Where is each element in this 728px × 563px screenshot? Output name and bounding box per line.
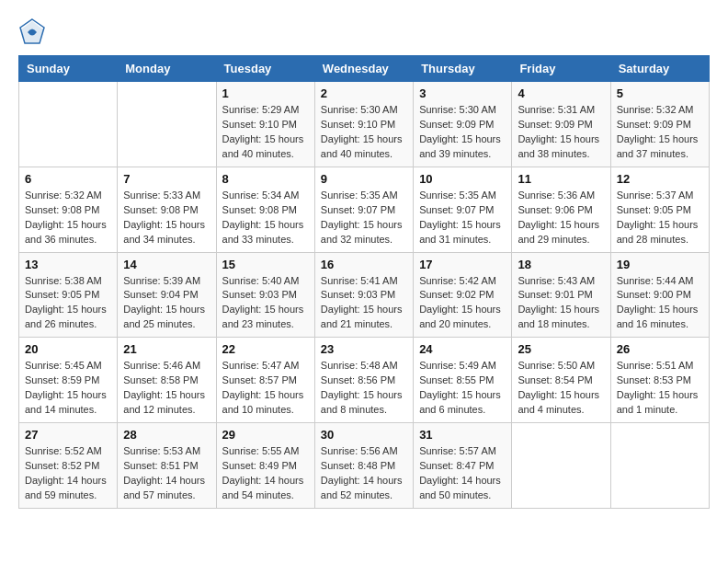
day-number: 2 <box>321 86 407 100</box>
day-header-tuesday: Tuesday <box>216 56 314 82</box>
calendar-week-2: 6Sunrise: 5:32 AMSunset: 9:08 PMDaylight… <box>19 167 710 252</box>
calendar-cell: 13Sunrise: 5:38 AMSunset: 9:05 PMDayligh… <box>19 252 118 338</box>
calendar-header: SundayMondayTuesdayWednesdayThursdayFrid… <box>19 56 710 82</box>
calendar-cell: 17Sunrise: 5:42 AMSunset: 9:02 PMDayligh… <box>414 252 512 338</box>
calendar-cell: 20Sunrise: 5:45 AMSunset: 8:59 PMDayligh… <box>19 338 118 423</box>
day-number: 21 <box>123 342 210 356</box>
day-number: 31 <box>419 428 506 442</box>
calendar-cell: 1Sunrise: 5:29 AMSunset: 9:10 PMDaylight… <box>216 82 314 167</box>
day-info: Sunrise: 5:50 AMSunset: 8:54 PMDaylight:… <box>518 359 604 418</box>
day-number: 15 <box>222 258 309 271</box>
logo-icon <box>18 18 46 46</box>
day-number: 4 <box>518 86 604 100</box>
day-info: Sunrise: 5:35 AMSunset: 9:07 PMDaylight:… <box>321 189 407 247</box>
day-info: Sunrise: 5:47 AMSunset: 8:57 PMDaylight:… <box>222 359 309 418</box>
calendar-cell: 23Sunrise: 5:48 AMSunset: 8:56 PMDayligh… <box>314 338 413 423</box>
calendar-week-1: 1Sunrise: 5:29 AMSunset: 9:10 PMDaylight… <box>19 82 710 167</box>
calendar-cell: 5Sunrise: 5:32 AMSunset: 9:09 PMDaylight… <box>610 82 709 167</box>
calendar-cell: 8Sunrise: 5:34 AMSunset: 9:08 PMDaylight… <box>216 167 314 252</box>
day-header-friday: Friday <box>512 56 610 82</box>
day-info: Sunrise: 5:40 AMSunset: 9:03 PMDaylight:… <box>222 274 309 333</box>
day-number: 10 <box>419 172 506 186</box>
calendar-cell: 28Sunrise: 5:53 AMSunset: 8:51 PMDayligh… <box>118 423 216 509</box>
calendar-cell: 7Sunrise: 5:33 AMSunset: 9:08 PMDaylight… <box>118 167 216 252</box>
day-info: Sunrise: 5:38 AMSunset: 9:05 PMDaylight:… <box>25 274 111 333</box>
day-info: Sunrise: 5:49 AMSunset: 8:55 PMDaylight:… <box>419 359 506 418</box>
calendar-week-5: 27Sunrise: 5:52 AMSunset: 8:52 PMDayligh… <box>19 423 710 509</box>
day-info: Sunrise: 5:52 AMSunset: 8:52 PMDaylight:… <box>25 444 111 503</box>
day-info: Sunrise: 5:55 AMSunset: 8:49 PMDaylight:… <box>222 444 309 503</box>
day-number: 22 <box>222 342 309 356</box>
day-number: 12 <box>617 172 703 186</box>
day-header-sunday: Sunday <box>19 56 118 82</box>
calendar-cell: 2Sunrise: 5:30 AMSunset: 9:10 PMDaylight… <box>314 82 413 167</box>
day-number: 6 <box>25 172 111 186</box>
calendar-cell: 15Sunrise: 5:40 AMSunset: 9:03 PMDayligh… <box>216 252 314 338</box>
day-number: 19 <box>617 258 703 271</box>
calendar-cell: 21Sunrise: 5:46 AMSunset: 8:58 PMDayligh… <box>118 338 216 423</box>
calendar-cell: 25Sunrise: 5:50 AMSunset: 8:54 PMDayligh… <box>512 338 610 423</box>
calendar-cell: 29Sunrise: 5:55 AMSunset: 8:49 PMDayligh… <box>216 423 314 509</box>
day-number: 20 <box>25 342 111 356</box>
day-number: 9 <box>321 172 407 186</box>
calendar-cell: 30Sunrise: 5:56 AMSunset: 8:48 PMDayligh… <box>314 423 413 509</box>
day-number: 17 <box>419 258 506 271</box>
day-header-monday: Monday <box>118 56 216 82</box>
day-info: Sunrise: 5:57 AMSunset: 8:47 PMDaylight:… <box>419 444 506 503</box>
day-number: 1 <box>222 86 309 100</box>
day-number: 3 <box>419 86 506 100</box>
calendar-week-4: 20Sunrise: 5:45 AMSunset: 8:59 PMDayligh… <box>19 338 710 423</box>
calendar-cell: 22Sunrise: 5:47 AMSunset: 8:57 PMDayligh… <box>216 338 314 423</box>
day-info: Sunrise: 5:41 AMSunset: 9:03 PMDaylight:… <box>321 274 407 333</box>
calendar-cell <box>512 423 610 509</box>
logo <box>18 18 50 46</box>
day-info: Sunrise: 5:37 AMSunset: 9:05 PMDaylight:… <box>617 189 703 247</box>
page-header <box>18 18 710 46</box>
calendar-cell: 14Sunrise: 5:39 AMSunset: 9:04 PMDayligh… <box>118 252 216 338</box>
day-header-wednesday: Wednesday <box>314 56 413 82</box>
calendar-table: SundayMondayTuesdayWednesdayThursdayFrid… <box>18 55 710 509</box>
calendar-cell: 27Sunrise: 5:52 AMSunset: 8:52 PMDayligh… <box>19 423 118 509</box>
calendar-cell: 24Sunrise: 5:49 AMSunset: 8:55 PMDayligh… <box>414 338 512 423</box>
calendar-cell <box>610 423 709 509</box>
calendar-cell: 10Sunrise: 5:35 AMSunset: 9:07 PMDayligh… <box>414 167 512 252</box>
calendar-cell: 18Sunrise: 5:43 AMSunset: 9:01 PMDayligh… <box>512 252 610 338</box>
day-number: 7 <box>123 172 210 186</box>
day-number: 8 <box>222 172 309 186</box>
day-info: Sunrise: 5:32 AMSunset: 9:08 PMDaylight:… <box>25 189 111 247</box>
calendar-cell: 4Sunrise: 5:31 AMSunset: 9:09 PMDaylight… <box>512 82 610 167</box>
calendar-cell <box>19 82 118 167</box>
day-info: Sunrise: 5:30 AMSunset: 9:09 PMDaylight:… <box>419 103 506 162</box>
day-info: Sunrise: 5:44 AMSunset: 9:00 PMDaylight:… <box>617 274 703 333</box>
calendar-cell: 26Sunrise: 5:51 AMSunset: 8:53 PMDayligh… <box>610 338 709 423</box>
day-number: 14 <box>123 258 210 271</box>
day-info: Sunrise: 5:43 AMSunset: 9:01 PMDaylight:… <box>518 274 604 333</box>
calendar-cell: 3Sunrise: 5:30 AMSunset: 9:09 PMDaylight… <box>414 82 512 167</box>
calendar-cell: 6Sunrise: 5:32 AMSunset: 9:08 PMDaylight… <box>19 167 118 252</box>
day-info: Sunrise: 5:39 AMSunset: 9:04 PMDaylight:… <box>123 274 210 333</box>
calendar-cell: 12Sunrise: 5:37 AMSunset: 9:05 PMDayligh… <box>610 167 709 252</box>
day-number: 5 <box>617 86 703 100</box>
day-number: 25 <box>518 342 604 356</box>
day-info: Sunrise: 5:51 AMSunset: 8:53 PMDaylight:… <box>617 359 703 418</box>
day-number: 27 <box>25 428 111 442</box>
day-info: Sunrise: 5:34 AMSunset: 9:08 PMDaylight:… <box>222 189 309 247</box>
day-number: 13 <box>25 258 111 271</box>
day-info: Sunrise: 5:29 AMSunset: 9:10 PMDaylight:… <box>222 103 309 162</box>
day-number: 24 <box>419 342 506 356</box>
day-number: 11 <box>518 172 604 186</box>
day-header-saturday: Saturday <box>610 56 709 82</box>
day-header-thursday: Thursday <box>414 56 512 82</box>
day-number: 30 <box>321 428 407 442</box>
calendar-cell: 9Sunrise: 5:35 AMSunset: 9:07 PMDaylight… <box>314 167 413 252</box>
calendar-week-3: 13Sunrise: 5:38 AMSunset: 9:05 PMDayligh… <box>19 252 710 338</box>
calendar-cell: 19Sunrise: 5:44 AMSunset: 9:00 PMDayligh… <box>610 252 709 338</box>
day-info: Sunrise: 5:42 AMSunset: 9:02 PMDaylight:… <box>419 274 506 333</box>
calendar-cell: 16Sunrise: 5:41 AMSunset: 9:03 PMDayligh… <box>314 252 413 338</box>
calendar-cell: 11Sunrise: 5:36 AMSunset: 9:06 PMDayligh… <box>512 167 610 252</box>
day-info: Sunrise: 5:35 AMSunset: 9:07 PMDaylight:… <box>419 189 506 247</box>
day-info: Sunrise: 5:53 AMSunset: 8:51 PMDaylight:… <box>123 444 210 503</box>
day-info: Sunrise: 5:30 AMSunset: 9:10 PMDaylight:… <box>321 103 407 162</box>
day-number: 26 <box>617 342 703 356</box>
calendar-cell: 31Sunrise: 5:57 AMSunset: 8:47 PMDayligh… <box>414 423 512 509</box>
